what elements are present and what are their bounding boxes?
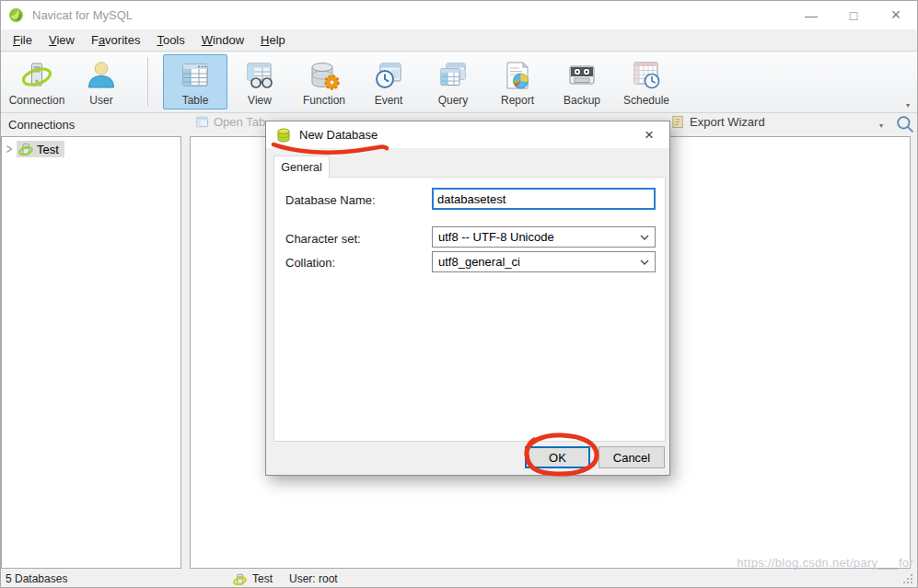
connection-tree-icon [18, 142, 33, 156]
table-icon [179, 59, 212, 92]
connections-panel-header: Connections [1, 113, 181, 136]
search-icon[interactable] [895, 114, 915, 134]
tree-item-label: Test [37, 143, 59, 156]
close-button[interactable]: × [875, 1, 917, 29]
toolbar-view-button[interactable]: View [227, 54, 292, 110]
toolbar-label: Query [438, 94, 469, 107]
database-name-input[interactable] [432, 188, 656, 210]
new-database-dialog: New Database × General Database Name: Ch… [265, 121, 670, 476]
title-bar: Navicat for MySQL — □ × [1, 1, 917, 29]
backup-icon [565, 59, 598, 92]
connections-tree-panel: > Test [1, 136, 181, 569]
function-icon [308, 59, 341, 92]
menu-file[interactable]: File [5, 30, 41, 50]
toolbar-connection-button[interactable]: Connection [5, 54, 69, 110]
toolbar-report-button[interactable]: Report [485, 54, 550, 110]
navicat-window: Navicat for MySQL — □ × File View Favori… [0, 0, 918, 588]
character-set-label: Character set: [285, 232, 361, 246]
open-tab-icon [195, 115, 209, 129]
collation-label: Collation: [285, 256, 335, 270]
ok-button[interactable]: OK [525, 446, 590, 468]
query-icon [436, 59, 470, 92]
toolbar-label: Function [303, 94, 345, 107]
status-databases-count: 5 Databases [6, 572, 67, 585]
toolbar-table-button[interactable]: Table [163, 54, 227, 110]
main-toolbar: Connection User Table View Function [1, 52, 917, 113]
minimize-button[interactable]: — [790, 1, 832, 29]
tree-item-test[interactable]: > Test [2, 140, 180, 158]
schedule-icon [630, 59, 663, 92]
dialog-form-panel: Database Name: Character set: utf8 -- UT… [273, 177, 666, 442]
export-wizard-label: Export Wizard [690, 115, 765, 129]
maximize-button[interactable]: □ [832, 1, 875, 29]
toolbar-label: View [248, 94, 272, 107]
toolbar-label: Connection [9, 94, 65, 107]
toolbar-event-button[interactable]: Event [356, 54, 421, 110]
expand-chevron-icon[interactable]: > [2, 142, 17, 156]
toolbar-label: Schedule [623, 94, 669, 107]
resize-grip[interactable] [901, 572, 914, 585]
tabstrip-overflow-caret-icon[interactable]: ▾ [879, 121, 883, 130]
toolbar-label: Report [501, 94, 534, 107]
menu-help[interactable]: Help [252, 30, 294, 50]
connections-header-label: Connections [8, 118, 75, 132]
report-icon [501, 59, 534, 92]
collation-value: utf8_general_ci [438, 255, 640, 269]
chevron-down-icon [640, 235, 649, 240]
dialog-title: New Database [299, 128, 378, 142]
collation-select[interactable]: utf8_general_ci [432, 251, 656, 272]
chevron-down-icon [640, 259, 649, 265]
toolbar-label: Event [375, 94, 403, 107]
toolbar-label: Table [182, 94, 209, 107]
dialog-title-bar: New Database × [266, 121, 669, 148]
toolbar-schedule-button[interactable]: Schedule [614, 54, 679, 110]
toolbar-label: User [89, 94, 112, 107]
event-icon [372, 59, 405, 92]
status-connection-icon [233, 572, 247, 586]
new-database-icon [276, 128, 291, 143]
open-tab-button[interactable]: Open Tab [195, 115, 265, 129]
menu-favorites[interactable]: Favorites [83, 30, 148, 50]
navicat-logo-icon [8, 7, 24, 23]
status-bar: 5 Databases Test User: root [1, 571, 917, 587]
toolbar-separator [147, 57, 148, 107]
toolbar-user-button[interactable]: User [69, 54, 134, 110]
connection-icon [20, 59, 53, 92]
view-icon [243, 59, 276, 92]
status-user: User: root [289, 572, 338, 585]
menu-tools[interactable]: Tools [148, 30, 192, 50]
database-name-label: Database Name: [285, 193, 376, 207]
open-tab-label: Open Tab [214, 115, 265, 129]
dialog-close-button[interactable]: × [636, 125, 662, 145]
window-controls: — □ × [790, 1, 917, 29]
menu-bar: File View Favorites Tools Window Help [1, 29, 917, 52]
status-connection-name: Test [252, 572, 273, 585]
toolbar-function-button[interactable]: Function [292, 54, 356, 110]
menu-window[interactable]: Window [193, 30, 252, 50]
toolbar-overflow-caret-icon[interactable]: ▾ [906, 101, 910, 110]
cancel-button[interactable]: Cancel [598, 446, 665, 468]
export-wizard-button[interactable]: Export Wizard [671, 115, 765, 129]
toolbar-label: Backup [564, 94, 600, 107]
window-title: Navicat for MySQL [32, 8, 133, 22]
export-wizard-icon [671, 115, 685, 129]
toolbar-backup-button[interactable]: Backup [550, 54, 614, 110]
tab-general[interactable]: General [273, 156, 330, 178]
user-icon [85, 59, 118, 92]
character-set-value: utf8 -- UTF-8 Unicode [438, 230, 640, 244]
watermark: https://blog.csdn.net/pary___for [737, 556, 913, 570]
toolbar-query-button[interactable]: Query [421, 54, 485, 110]
character-set-select[interactable]: utf8 -- UTF-8 Unicode [432, 226, 656, 248]
menu-view[interactable]: View [41, 30, 83, 50]
